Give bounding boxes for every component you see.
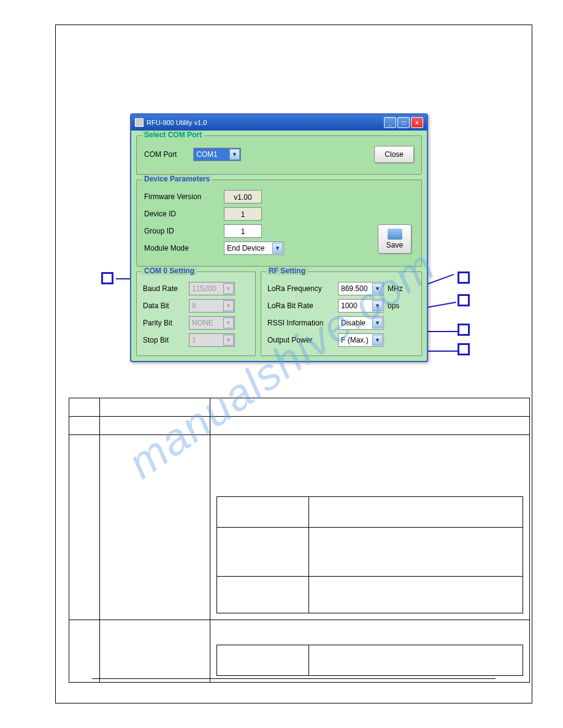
freq-value: 869.500 <box>341 284 367 293</box>
callout-box-8 <box>458 324 470 336</box>
chevron-down-icon: ▼ <box>372 300 383 311</box>
save-label: Save <box>386 241 403 249</box>
chevron-down-icon: ▼ <box>372 335 383 346</box>
chevron-down-icon: ▼ <box>229 149 240 160</box>
maximize-button[interactable]: □ <box>397 117 410 128</box>
freq-unit: MHz <box>388 284 403 293</box>
com0-panel: COM 0 Setting Baud Rate 115200 ▼ Data Bi… <box>136 271 256 356</box>
stop-bit-value: 1 <box>192 336 196 344</box>
inner-table-2 <box>216 645 523 676</box>
com-port-panel-title: Select COM Port <box>142 131 204 139</box>
group-id-label: Group ID <box>144 227 224 235</box>
data-bit-value: 8 <box>192 301 196 310</box>
com-port-select[interactable]: COM1 ▼ <box>193 148 241 161</box>
power-label: Output Power <box>267 336 338 344</box>
module-mode-value: End Device <box>227 244 264 252</box>
device-params-title: Device Parameters <box>142 175 212 183</box>
device-params-panel: Device Parameters Firmware Version v1.00… <box>136 180 422 267</box>
chevron-down-icon: ▼ <box>372 283 383 294</box>
callout-box-9 <box>458 343 470 355</box>
power-value: F (Max.) <box>341 336 369 344</box>
baud-select: 115200 ▼ <box>189 282 235 295</box>
freq-label: LoRa Frequency <box>267 284 338 293</box>
chevron-down-icon: ▼ <box>372 317 383 328</box>
rssi-value: Disable <box>341 319 366 327</box>
app-icon <box>135 118 144 127</box>
rf-title: RF Setting <box>266 267 308 275</box>
minimize-button[interactable]: _ <box>384 117 396 128</box>
module-mode-select[interactable]: End Device ▼ <box>224 241 284 255</box>
bitrate-label: LoRa Bit Rate <box>267 301 338 310</box>
data-bit-label: Data Bit <box>143 301 189 310</box>
window-controls: _ □ × <box>384 117 423 128</box>
group-id-field[interactable]: 1 <box>224 224 262 238</box>
chevron-down-icon: ▼ <box>223 300 234 311</box>
doc-table <box>69 398 530 683</box>
bitrate-select[interactable]: 1000 ▼ <box>338 299 384 313</box>
com-port-value: COM1 <box>196 150 218 159</box>
baud-value: 115200 <box>192 284 216 293</box>
parity-value: NONE <box>192 319 213 327</box>
stop-bit-label: Stop Bit <box>143 336 189 344</box>
callout-box-5 <box>101 272 113 284</box>
bitrate-unit: bps <box>388 301 399 310</box>
firmware-field: v1.00 <box>224 190 262 203</box>
device-id-field: 1 <box>224 207 262 221</box>
callout-box-7 <box>458 294 470 306</box>
parity-select: NONE ▼ <box>189 316 235 330</box>
rf-panel: RF Setting LoRa Frequency 869.500 ▼ MHz … <box>261 271 422 356</box>
rssi-select[interactable]: Disable ▼ <box>338 316 384 330</box>
window-title: RFU-900 Utility v1.0 <box>147 119 207 126</box>
baud-label: Baud Rate <box>143 284 189 293</box>
chevron-down-icon: ▼ <box>223 317 234 328</box>
app-window: RFU-900 Utility v1.0 _ □ × Select COM Po… <box>130 113 428 362</box>
power-select[interactable]: F (Max.) ▼ <box>338 333 384 347</box>
com0-title: COM 0 Setting <box>142 267 197 275</box>
chevron-down-icon: ▼ <box>223 335 234 346</box>
parity-label: Parity Bit <box>143 319 189 327</box>
firmware-label: Firmware Version <box>144 192 224 201</box>
save-icon <box>388 229 402 240</box>
close-button[interactable]: Close <box>374 146 414 163</box>
footer-line <box>92 678 496 679</box>
close-window-button[interactable]: × <box>411 117 423 128</box>
module-mode-label: Module Mode <box>144 244 224 252</box>
device-id-label: Device ID <box>144 210 224 218</box>
freq-select[interactable]: 869.500 ▼ <box>338 282 384 295</box>
stop-bit-select: 1 ▼ <box>189 333 235 347</box>
chevron-down-icon: ▼ <box>272 243 283 254</box>
com-port-label: COM Port <box>144 150 193 159</box>
doc-table-container <box>69 398 530 683</box>
com-port-panel: Select COM Port COM Port COM1 ▼ Close <box>136 135 422 175</box>
rssi-label: RSSI Information <box>267 319 338 327</box>
inner-table-1 <box>216 496 523 613</box>
chevron-down-icon: ▼ <box>223 283 234 294</box>
data-bit-select: 8 ▼ <box>189 299 235 313</box>
save-button[interactable]: Save <box>378 224 412 254</box>
callout-box-6 <box>458 271 470 284</box>
bitrate-value: 1000 <box>341 301 358 310</box>
titlebar: RFU-900 Utility v1.0 _ □ × <box>131 115 427 131</box>
